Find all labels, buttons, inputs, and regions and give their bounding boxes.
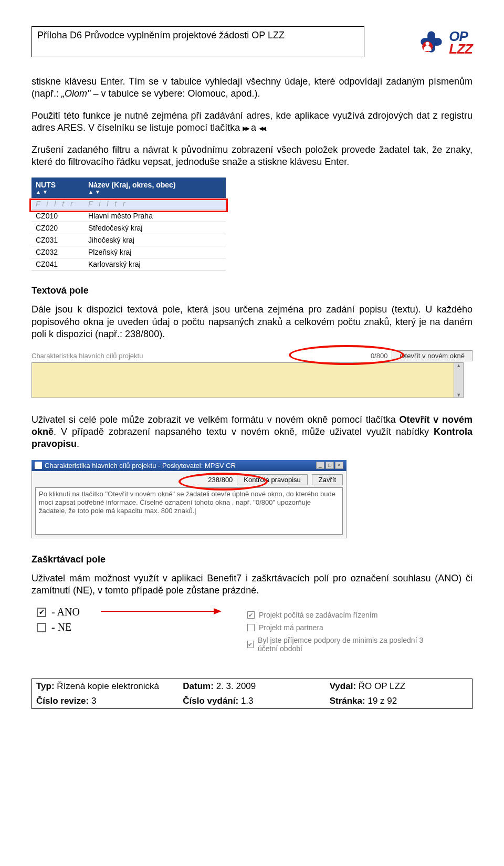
section-heading-checkboxes: Zaškrtávací pole [32,554,472,565]
checkbox-legend: ✔ - ANO - NE [37,606,80,637]
spellcheck-button[interactable]: Kontrola pravopisu [237,474,307,485]
arrow-icon [101,606,222,617]
checkbox[interactable]: ✔ [247,641,254,648]
popup-textarea[interactable]: Po kliknutí na tlačítko "Otevřít v novém… [35,487,343,535]
sort-icon[interactable]: ▲▼ [88,189,222,195]
paragraph-4: Dále jsou k dispozici textová pole, kter… [32,304,472,340]
sort-icon[interactable]: ▲▼ [36,189,80,195]
scrollbar[interactable]: ▲▼ [454,363,463,398]
paragraph-3: Zrušení zadaného filtru a návrat k původ… [32,144,472,169]
close-button[interactable]: × [335,462,343,469]
footer-table: Typ: Řízená kopie elektronická Datum: 2.… [32,679,472,709]
back-icon: ◀◀ [259,123,265,133]
nuts-header-code[interactable]: NUTS ▲▼ [32,178,84,198]
popup-titlebar[interactable]: Charakteristika hlavních cílů projektu -… [32,460,346,471]
checkbox-checked-icon: ✔ [37,608,46,617]
forward-icon: ▶▶ [243,123,248,133]
nuts-table: NUTS ▲▼ Název (Kraj, okres, obec) ▲▼ F i… [32,178,226,270]
table-row[interactable]: CZ041Karlovarský kraj [32,258,226,270]
svg-point-1 [426,42,429,46]
nuts-filter-input-1[interactable]: F i l t r [32,198,84,210]
checkbox-label: Projekt má partnera [259,623,323,632]
nuts-filter-row[interactable]: F i l t r F i l t r [32,198,226,210]
nuts-filter-input-2[interactable]: F i l t r [84,198,226,210]
charcount-label: Charakteristika hlavních cílů projektu [32,352,143,360]
doc-header-title: Příloha D6 Průvodce vyplněním projektové… [37,30,285,40]
popup-window: Charakteristika hlavních cílů projektu -… [32,460,346,538]
table-row[interactable]: CZ032Plzeňský kraj [32,246,226,258]
logo: OP LZZ [417,26,472,57]
table-row[interactable]: CZ031Jihočeský kraj [32,234,226,246]
header-title-box: Příloha D6 Průvodce vyplněním projektové… [32,26,364,57]
logo-text: OP LZZ [449,30,472,55]
charcount-field: Charakteristika hlavních cílů projektu 0… [32,350,472,398]
checkbox-label: Byl jste příjemce podpory de minimis za … [258,636,437,653]
table-row[interactable]: CZ020Středočeský kraj [32,222,226,234]
charcount-value: 0/800 [371,352,388,360]
charcount-textarea[interactable]: ▲▼ [32,362,464,398]
puzzle-logo-icon [417,28,446,57]
minimize-button[interactable]: _ [316,462,324,469]
nuts-header-name[interactable]: Název (Kraj, okres, obec) ▲▼ [84,178,226,198]
popup-title: Charakteristika hlavních cílů projektu -… [45,462,236,469]
checkbox[interactable]: ✔ [247,611,255,619]
checkbox[interactable] [247,624,255,631]
svg-marker-3 [214,608,222,614]
checkbox-panel: ✔ Projekt počítá se zadávacím řízením Pr… [243,606,442,658]
paragraph-5: Uživatel si celé pole může zobrazit ve v… [32,414,472,451]
paragraph-2: Použití této funkce je nutné zejména při… [32,110,472,134]
checkbox-label: Projekt počítá se zadávacím řízením [259,611,377,619]
popup-charcount: 238/800 [208,476,233,484]
paragraph-6: Uživatel mám možnost využít v aplikaci B… [32,572,472,597]
window-icon [35,462,42,469]
table-row[interactable]: CZ010Hlavní město Praha [32,210,226,222]
open-new-window-button[interactable]: Otevřít v novém okně [392,350,472,361]
paragraph-1: stiskne klávesu Enter. Tím se v tabulce … [32,76,472,100]
maximize-button[interactable]: □ [326,462,334,469]
checkbox-unchecked-icon [37,623,46,632]
close-popup-button[interactable]: Zavřít [312,474,343,485]
section-heading-textfields: Textová pole [32,285,472,296]
